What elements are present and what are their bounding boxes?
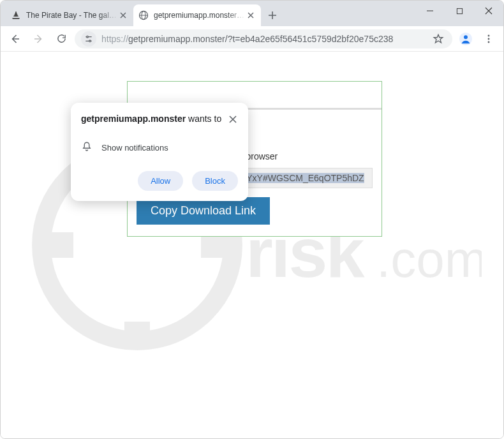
favicon-globe-icon [138,10,149,20]
back-button[interactable] [6,29,25,48]
copy-download-link-button[interactable]: Copy Download Link [137,197,270,225]
svg-point-5 [89,40,91,42]
browser-window: The Pirate Bay - The galaxy's m getpremi… [0,0,504,439]
svg-rect-0 [16,11,17,17]
site-settings-icon[interactable] [81,31,96,47]
tab-close-icon[interactable] [118,10,128,20]
tab-title: getpremiumapp.monster/?t=eb [154,11,246,20]
notification-permission-popup: getpremiumapp.monster wants to Show noti… [71,103,248,201]
svg-rect-12 [48,232,73,258]
permission-actions: Allow Block [81,171,238,191]
url-text: https://getpremiumapp.monster/?t=eb4a2e6… [101,34,426,44]
address-bar[interactable]: https://getpremiumapp.monster/?t=eb4a2e6… [75,29,452,48]
svg-point-7 [464,35,468,39]
svg-rect-15 [124,322,150,347]
tab-getpremiumapp[interactable]: getpremiumapp.monster/?t=eb [133,4,261,26]
new-tab-button[interactable] [263,6,281,24]
block-button[interactable]: Block [192,171,238,191]
forward-button[interactable] [29,29,48,48]
page-content: risk .com 2025 Copy and paste the URL in… [1,52,503,438]
tab-strip: The Pirate Bay - The galaxy's m getpremi… [1,1,503,26]
window-controls [415,1,503,21]
reload-button[interactable] [52,29,71,48]
svg-rect-3 [457,8,462,13]
svg-point-8 [488,34,490,36]
svg-text:.com: .com [376,231,482,288]
kebab-menu-icon[interactable] [479,29,498,48]
maximize-button[interactable] [445,1,474,21]
permission-item: Show notifications [81,141,238,154]
bell-icon [81,141,93,154]
permission-title: getpremiumapp.monster wants to [81,113,221,124]
profile-button[interactable] [456,29,475,48]
svg-point-4 [87,36,89,38]
tab-piratebay[interactable]: The Pirate Bay - The galaxy's m [6,4,133,26]
bookmark-star-icon[interactable] [431,33,446,45]
tab-title: The Pirate Bay - The galaxy's m [26,11,118,20]
tab-close-icon[interactable] [246,10,256,20]
close-window-button[interactable] [474,1,503,21]
allow-button[interactable]: Allow [138,171,183,191]
minimize-button[interactable] [415,1,445,21]
svg-point-9 [488,38,490,40]
toolbar: https://getpremiumapp.monster/?t=eb4a2e6… [1,26,503,52]
close-icon[interactable] [228,113,238,127]
svg-point-10 [488,41,490,43]
permission-item-label: Show notifications [101,143,168,153]
favicon-ship-icon [11,10,21,20]
